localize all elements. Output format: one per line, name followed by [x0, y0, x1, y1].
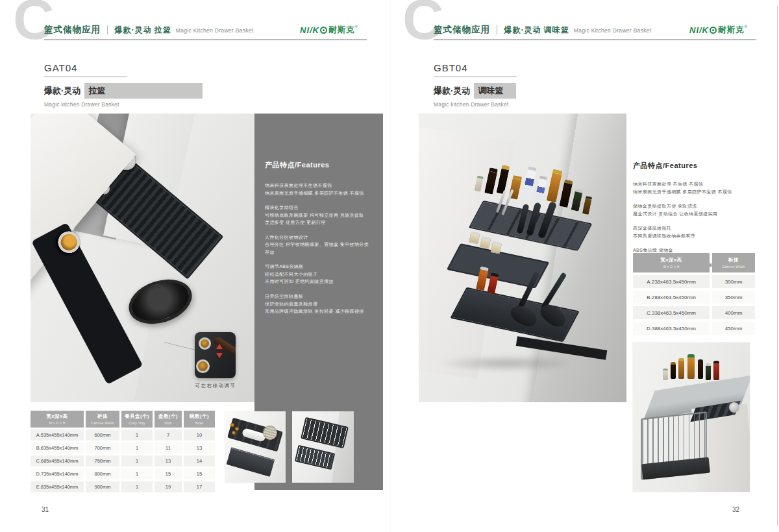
page-edge-line	[777, 6, 778, 526]
header-title-cn: 爆款·灵动 拉篮	[115, 25, 171, 36]
detail-inset-photo	[195, 332, 236, 378]
spec-cell: 400mm	[712, 306, 755, 319]
logo-o-icon	[320, 27, 327, 34]
nisko-logo: NI/K耐斯克®	[689, 25, 747, 36]
spec-cell: 350mm	[712, 291, 755, 304]
spec-cell: 1	[121, 455, 153, 466]
left-page: C 篮式储物应用 │ 爆款·灵动 拉篮 Magic Kitchen Drawer…	[0, 0, 390, 532]
inset-caption: 可左右移动调节	[184, 383, 247, 389]
model-underline	[44, 77, 127, 77]
jar-frame	[31, 223, 143, 385]
col-header: 宽x深x高W x D x H	[31, 411, 84, 428]
spec-cell: 17	[184, 481, 215, 492]
col-header: 餐具盒(个)Cutly Tray	[121, 411, 153, 428]
center-fold-line	[390, 0, 390, 532]
product-name: 爆款·灵动 拉篮	[44, 83, 203, 99]
page-number: 32	[732, 506, 739, 513]
right-spec-table: 宽x深x高W x D x H 柜体Cabinet Width A.238x463…	[633, 253, 756, 335]
right-thumb-photo	[633, 343, 750, 492]
spec-cell: 1	[121, 481, 153, 492]
model-code: GBT04	[434, 62, 517, 73]
spec-cell: 750mm	[86, 455, 119, 466]
product-name-highlight: 调味篮	[474, 83, 516, 99]
col-header: 碗数(个)Bowl	[184, 411, 215, 428]
header-divider: │	[495, 25, 500, 34]
spec-cell: 700mm	[86, 442, 119, 453]
header-title-en: Magic Kitchen Drawer Basket	[574, 27, 652, 34]
header-divider: │	[105, 25, 110, 34]
model-underline	[434, 77, 517, 77]
right-page-header: 篮式储物应用 │ 爆款·灵动 调味篮 Magic Kitchen Drawer …	[434, 24, 651, 36]
spec-cell: 10	[184, 429, 215, 441]
features-title: 产品特点/Features	[633, 161, 760, 171]
features-title: 产品特点/Features	[265, 160, 373, 170]
right-page: C 篮式储物应用 │ 爆款·灵动 调味篮 Magic Kitchen Drawe…	[390, 0, 779, 532]
product-name-en: Magic kitchen Drawer Basket	[44, 101, 203, 108]
spec-cell: 1	[121, 468, 153, 479]
left-thumb-photo-2	[292, 411, 354, 483]
spec-cell: 15	[155, 468, 182, 479]
header-rule	[434, 40, 756, 40]
header-category: 篮式储物应用	[44, 24, 101, 36]
logo-o-icon	[710, 27, 717, 34]
spec-cell: B.635x455x140mm	[31, 442, 84, 453]
spec-cell: 19	[155, 481, 182, 492]
spec-cell: 7	[155, 429, 182, 441]
spec-cell: D.388x463.5x450mm	[633, 322, 710, 335]
header-title-cn: 爆款·灵动 调味篮	[504, 25, 569, 36]
spec-cell: E.835x455x140mm	[31, 481, 84, 492]
right-main-photo	[419, 114, 626, 402]
header-rule	[44, 40, 367, 40]
right-title-block: GBT04 爆款·灵动 调味篮 Magic kitchen Drawer Bas…	[434, 62, 517, 108]
page-number: 31	[42, 506, 49, 513]
product-name: 爆款·灵动 调味篮	[434, 83, 517, 99]
left-page-header: 篮式储物应用 │ 爆款·灵动 拉篮 Magic Kitchen Drawer B…	[44, 24, 253, 36]
spec-cell: D.735x455x140mm	[31, 468, 84, 479]
product-name-highlight: 拉篮	[84, 83, 203, 99]
spec-cell: B.288x463.5x450mm	[633, 291, 710, 304]
spec-cell: A.238x463.5x450mm	[633, 275, 710, 288]
spec-cell: 11	[155, 442, 182, 453]
product-name-en: Magic kitchen Drawer Basket	[434, 101, 517, 108]
spec-cell: 1	[121, 442, 153, 453]
left-spec-table: 宽x深x高W x D x H 柜体Cabinet Width 餐具盒(个)Cut…	[31, 411, 217, 492]
col-header: 柜体Cabinet Width	[712, 253, 755, 272]
header-title-en: Magic Kitchen Drawer Basket	[176, 27, 254, 34]
spec-cell: C.338x463.5x450mm	[633, 306, 710, 319]
spec-cell: A.535x455x140mm	[31, 429, 84, 441]
spec-cell: 450mm	[712, 322, 755, 335]
spec-cell: 800mm	[86, 468, 119, 479]
spec-cell: 1	[121, 429, 153, 441]
red-arrow-up-icon	[216, 344, 223, 349]
spec-cell: 14	[184, 455, 215, 466]
nisko-logo: NI/K耐斯克®	[300, 25, 358, 36]
spec-cell: 15	[184, 468, 215, 479]
model-code: GAT04	[44, 62, 203, 73]
col-header: 宽x深x高W x D x H	[633, 253, 710, 272]
left-thumb-photo-1	[225, 411, 286, 483]
spec-cell: 13	[184, 442, 215, 453]
left-title-block: GAT04 爆款·灵动 拉篮 Magic kitchen Drawer Bask…	[44, 62, 203, 108]
spec-cell: C.685x455x140mm	[31, 455, 84, 466]
spec-cell: 300mm	[712, 275, 755, 288]
spec-cell: 13	[155, 455, 182, 466]
header-category: 篮式储物应用	[434, 24, 490, 36]
red-arrow-down-icon	[216, 353, 223, 358]
spec-cell: 600mm	[86, 429, 119, 441]
catalog-spread: C 篮式储物应用 │ 爆款·灵动 拉篮 Magic Kitchen Drawer…	[0, 0, 779, 532]
col-header: 盘数(个)Dish	[155, 411, 182, 428]
col-header: 柜体Cabinet Width	[86, 411, 119, 428]
spec-cell: 900mm	[86, 481, 119, 492]
